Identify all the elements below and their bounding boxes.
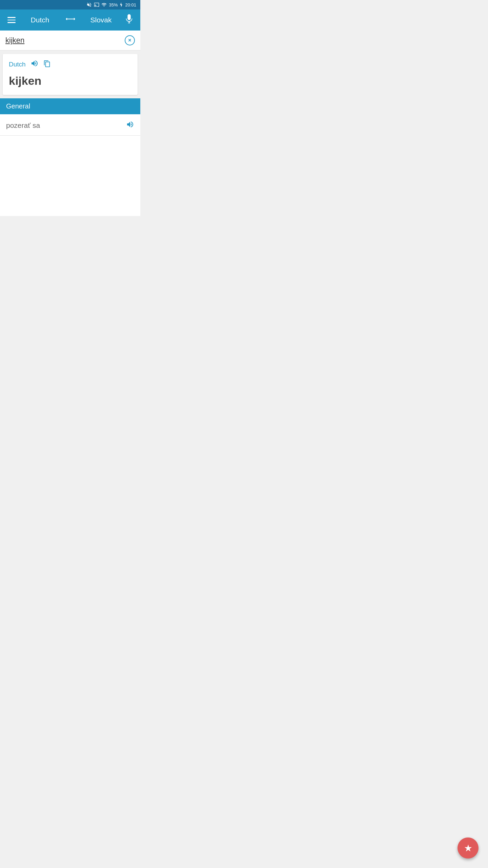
microphone-button[interactable] [124,13,134,27]
translations-content: pozerať sa [0,114,140,216]
status-bar: 35% 20:01 [0,0,140,9]
search-bar: × [0,31,140,51]
clear-button[interactable]: × [125,35,135,45]
svg-marker-0 [120,2,122,7]
translation-result-row: pozerať sa [0,114,140,136]
translation-text: pozerať sa [6,121,40,130]
section-header-general: General [0,98,140,114]
charging-icon [120,2,123,7]
result-sound-button[interactable] [126,120,134,131]
search-input[interactable] [5,36,125,45]
card-copy-button[interactable] [43,60,51,69]
language-to-selector[interactable]: Slovak [78,16,124,24]
signal-icon [101,2,107,7]
card-sound-button[interactable] [30,59,39,70]
status-icons: 35% 20:01 [86,2,136,7]
card-language-label[interactable]: Dutch [9,61,26,68]
cast-icon [94,2,99,7]
language-from-selector[interactable]: Dutch [17,16,63,24]
app-bar: Dutch Slovak [0,9,140,31]
source-word-card: Dutch kijken [3,54,138,95]
source-word: kijken [9,74,131,87]
clock: 20:01 [125,2,136,7]
menu-button[interactable] [6,16,17,24]
battery-percent: 35% [109,2,118,7]
mute-icon [86,2,92,7]
swap-languages-button[interactable] [63,16,78,24]
card-header: Dutch [9,59,131,70]
